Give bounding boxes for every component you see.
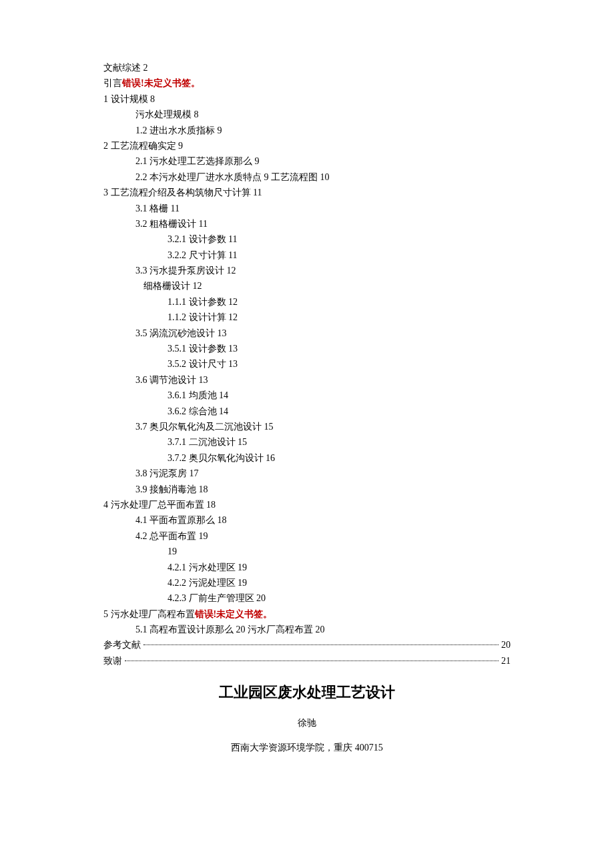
toc-entry: 3.3 污水提升泵房设计 12 xyxy=(103,264,511,278)
toc-entry: 3.6 调节池设计 13 xyxy=(103,373,511,388)
toc-entry: 3.9 接触消毒池 18 xyxy=(103,482,511,497)
toc-leader-dots xyxy=(143,644,499,645)
toc-entry-label: 参考文献 xyxy=(103,638,141,653)
toc-entry-label: 致谢 xyxy=(103,654,122,669)
toc-entry: 1.1.2 设计计算 12 xyxy=(103,310,511,325)
toc-entry: 5.1 高程布置设计原那么 20 污水厂高程布置 20 xyxy=(103,622,511,637)
table-of-contents: 文献综述 2引言错误!未定义书签。1 设计规模 8污水处理规模 81.2 进出水… xyxy=(103,61,511,669)
document-title: 工业园区废水处理工艺设计 xyxy=(103,681,511,704)
toc-entry: 4.2.1 污水处理区 19 xyxy=(103,560,511,575)
toc-entry: 1.2 进出水水质指标 9 xyxy=(103,123,511,138)
toc-entry: 3.2 粗格栅设计 11 xyxy=(103,217,511,232)
bookmark-error: 错误!未定义书签。 xyxy=(195,609,273,619)
toc-entry: 4.1 平面布置原那么 18 xyxy=(103,513,511,528)
toc-entry: 5 污水处理厂高程布置错误!未定义书签。 xyxy=(103,607,511,622)
toc-entry: 污水处理规模 8 xyxy=(103,107,511,122)
toc-entry: 3.8 污泥泵房 17 xyxy=(103,466,511,481)
toc-entry: 3.5 涡流沉砂池设计 13 xyxy=(103,326,511,341)
toc-entry: 3.5.1 设计参数 13 xyxy=(103,342,511,356)
toc-entry: 4.2 总平面布置 19 xyxy=(103,529,511,544)
toc-entry: 3.6.2 综合池 14 xyxy=(103,404,511,419)
toc-entry-text: 引言 xyxy=(103,78,122,88)
toc-entry: 3.2.2 尺寸计算 11 xyxy=(103,248,511,263)
toc-entry-page: 20 xyxy=(501,638,511,653)
toc-entry-page: 21 xyxy=(501,654,511,669)
toc-leader-dots xyxy=(125,661,499,661)
toc-entry: 19 xyxy=(103,544,511,559)
document-affiliation: 西南大学资源环境学院，重庆 400715 xyxy=(103,741,511,755)
toc-entry: 3.1 格栅 11 xyxy=(103,201,511,216)
toc-entry: 4 污水处理厂总平面布置 18 xyxy=(103,498,511,512)
toc-entry-dotted: 参考文献20 xyxy=(103,638,511,653)
toc-entry-dotted: 致谢21 xyxy=(103,654,511,669)
bookmark-error: 错误!未定义书签。 xyxy=(122,78,200,88)
toc-entry: 1 设计规模 8 xyxy=(103,92,511,107)
toc-entry: 3 工艺流程介绍及各构筑物尺寸计算 11 xyxy=(103,185,511,200)
toc-entry-text: 5 污水处理厂高程布置 xyxy=(103,609,195,619)
toc-entry: 细格栅设计 12 xyxy=(103,279,511,294)
toc-entry: 3.5.2 设计尺寸 13 xyxy=(103,357,511,372)
toc-entry: 2.1 污水处理工艺选择原那么 9 xyxy=(103,154,511,169)
toc-entry: 2 工艺流程确实定 9 xyxy=(103,139,511,153)
toc-entry: 3.2.1 设计参数 11 xyxy=(103,232,511,247)
toc-entry: 引言错误!未定义书签。 xyxy=(103,76,511,91)
toc-entry: 1.1.1 设计参数 12 xyxy=(103,295,511,310)
toc-entry: 4.2.2 污泥处理区 19 xyxy=(103,576,511,590)
toc-entry: 4.2.3 厂前生产管理区 20 xyxy=(103,591,511,606)
toc-entry: 3.7.2 奥贝尔氧化沟设计 16 xyxy=(103,451,511,466)
document-author: 徐驰 xyxy=(103,716,511,731)
toc-entry: 2.2 本污水处理厂进水水质特点 9 工艺流程图 10 xyxy=(103,170,511,185)
toc-entry: 3.7 奥贝尔氧化沟及二沉池设计 15 xyxy=(103,420,511,434)
toc-entry: 文献综述 2 xyxy=(103,61,511,75)
toc-entry: 3.7.1 二沉池设计 15 xyxy=(103,435,511,450)
toc-entry: 3.6.1 均质池 14 xyxy=(103,388,511,403)
